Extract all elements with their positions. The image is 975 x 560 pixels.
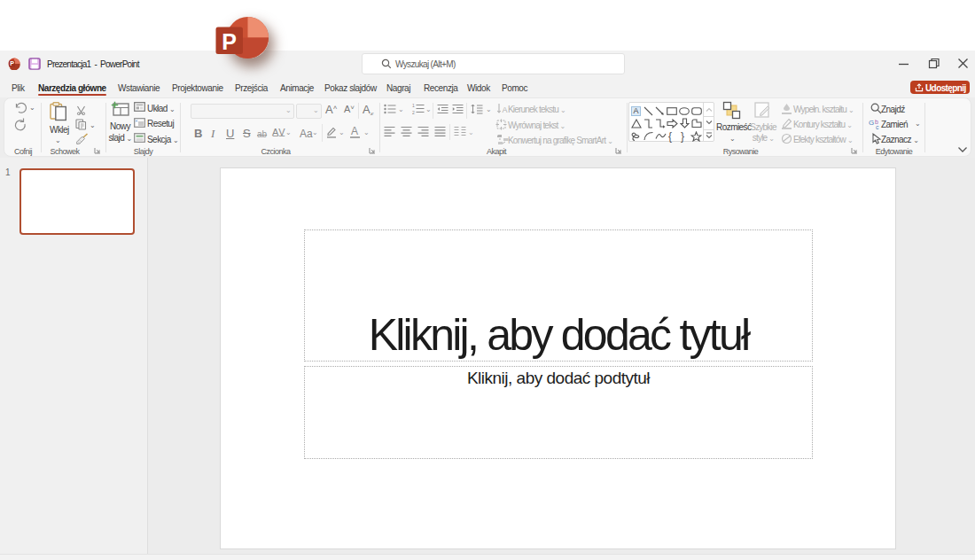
svg-text:2: 2 — [412, 110, 415, 115]
svg-text:P: P — [10, 60, 14, 66]
svg-text:G: G — [869, 119, 874, 127]
svg-text:1: 1 — [412, 103, 415, 108]
svg-text:P: P — [222, 29, 237, 54]
svg-text:A: A — [503, 105, 508, 114]
svg-text:c: c — [876, 124, 879, 130]
